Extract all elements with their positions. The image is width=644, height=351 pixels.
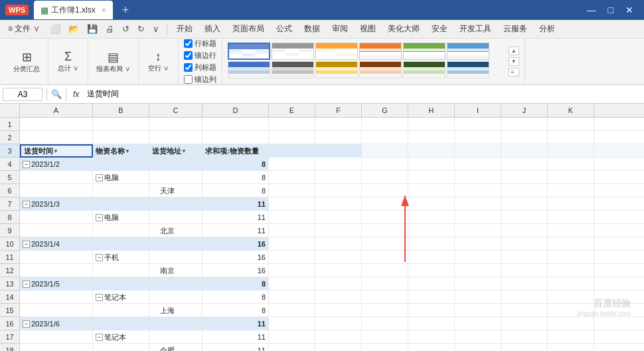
cell-b6[interactable] [93,184,149,197]
cell-h17[interactable] [408,330,455,344]
cell-c16[interactable] [149,317,202,330]
col-header-g[interactable]: G [362,104,408,117]
group-collapse-btn-5[interactable]: − [96,174,103,181]
tab-close-icon[interactable]: ✕ [101,7,106,14]
cell-h1[interactable] [408,118,455,131]
cell-i6[interactable] [455,184,501,197]
style-thumb-1[interactable] [228,43,270,60]
cell-h15[interactable] [408,304,455,317]
toolbar-print[interactable]: 🖨 [102,23,118,35]
cell-d17[interactable]: 11 [202,330,269,344]
cell-e5[interactable] [269,171,315,184]
cell-k12[interactable] [548,264,594,277]
cell-c15[interactable]: 上海 [149,304,202,317]
total-button[interactable]: Σ 总计 ∨ [55,49,82,74]
new-tab-button[interactable]: + [118,3,133,17]
cell-f11[interactable] [315,251,362,264]
cell-j12[interactable] [501,264,548,277]
cell-e2[interactable] [269,131,315,144]
cell-d18[interactable]: 11 [202,344,269,351]
toolbar-save[interactable]: 💾 [84,23,101,35]
cell-h3[interactable] [408,144,455,158]
cell-i5[interactable] [455,171,501,184]
cell-i4[interactable] [455,158,501,171]
cell-a14[interactable] [20,291,93,304]
row-header-10[interactable]: 10 [0,237,19,251]
cell-a10[interactable]: − 2023/1/4 [20,237,93,251]
menu-home[interactable]: 开始 [171,21,198,37]
cell-c6[interactable]: 天津 [149,184,202,197]
cell-i2[interactable] [455,131,501,144]
cell-k16[interactable] [548,317,594,330]
cell-c11[interactable] [149,251,202,264]
menu-developer[interactable]: 开发工具 [454,21,497,37]
cell-j18[interactable] [501,344,548,351]
checkbox-banded-row-input[interactable] [184,51,193,60]
group-collapse-btn-7[interactable]: − [23,201,30,208]
filter-btn-a3[interactable]: ▼ [53,148,58,154]
group-collapse-btn-16[interactable]: − [23,320,30,328]
cell-f1[interactable] [315,118,362,131]
cell-c18[interactable]: 合肥 [149,344,202,351]
cell-f9[interactable] [315,224,362,237]
cell-h14[interactable] [408,291,455,304]
cell-i12[interactable] [455,264,501,277]
cell-b2[interactable] [93,131,149,144]
menu-insert[interactable]: 插入 [199,21,226,37]
menu-beautify[interactable]: 美化大师 [382,21,425,37]
cell-d7[interactable]: 11 [202,197,269,211]
cell-a18[interactable] [20,344,93,351]
cell-d2[interactable] [202,131,269,144]
col-header-e[interactable]: E [269,104,315,117]
row-header-6[interactable]: 6 [0,184,19,197]
cell-j6[interactable] [501,184,548,197]
cell-d5[interactable]: 8 [202,171,269,184]
cell-i11[interactable] [455,251,501,264]
cell-i14[interactable] [455,291,501,304]
cell-b17[interactable]: − 笔记本 [93,330,149,344]
cell-b3[interactable]: 物资名称 ▼ [93,144,149,158]
cell-g16[interactable] [362,317,408,330]
cell-g5[interactable] [362,171,408,184]
cell-b15[interactable] [93,304,149,317]
cell-c2[interactable] [149,131,202,144]
menu-formula[interactable]: 公式 [271,21,297,37]
cell-j8[interactable] [501,211,548,224]
cell-e12[interactable] [269,264,315,277]
cell-a3[interactable]: 送货时间 ▼ [20,144,93,158]
cell-i10[interactable] [455,237,501,251]
checkbox-col-header-input[interactable] [184,63,193,72]
cell-b4[interactable] [93,158,149,171]
cell-h2[interactable] [408,131,455,144]
cell-e10[interactable] [269,237,315,251]
cell-a4[interactable]: − 2023/1/2 [20,158,93,171]
cell-g11[interactable] [362,251,408,264]
cell-f5[interactable] [315,171,362,184]
cell-d3[interactable]: 求和项:物资数量 [202,144,269,158]
cell-c3[interactable]: 送货地址 ▼ [149,144,202,158]
row-header-9[interactable]: 9 [0,224,19,237]
toolbar-more[interactable]: ∨ [149,23,163,35]
cell-d16[interactable]: 11 [202,317,269,330]
cell-f18[interactable] [315,344,362,351]
cell-g3[interactable] [362,144,408,158]
cell-b7[interactable] [93,197,149,211]
cell-f13[interactable] [315,277,362,291]
style-thumb-8[interactable] [272,61,314,78]
cell-e7[interactable] [269,197,315,211]
cell-c14[interactable] [149,291,202,304]
cell-i3[interactable] [455,144,501,158]
col-header-c[interactable]: C [149,104,202,117]
subtotal-button[interactable]: ⊞ 分类汇总 [11,49,42,75]
style-thumb-5[interactable] [403,43,445,60]
style-thumb-4[interactable] [359,43,402,60]
row-header-18[interactable]: 18 [0,344,19,351]
filter-btn-b3[interactable]: ▼ [125,148,130,154]
style-scroll-up[interactable]: ▲ [509,47,519,55]
cell-d15[interactable]: 8 [202,304,269,317]
formula-input[interactable] [84,88,641,100]
cell-k1[interactable] [548,118,594,131]
group-collapse-btn-14[interactable]: − [96,294,103,301]
cell-f7[interactable] [315,197,362,211]
cell-k5[interactable] [548,171,594,184]
